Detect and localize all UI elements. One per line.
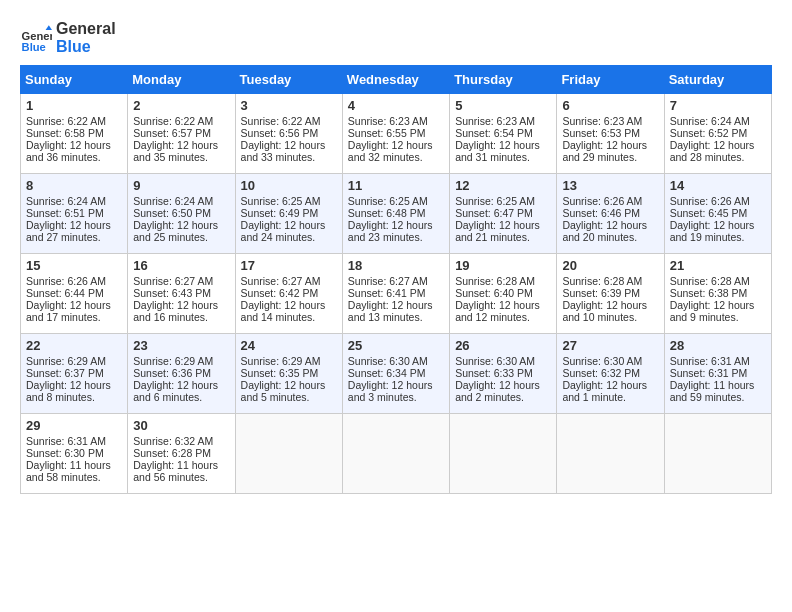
daylight-label: Daylight: 12 hours and 17 minutes. — [26, 299, 111, 323]
calendar-cell: 10Sunrise: 6:25 AMSunset: 6:49 PMDayligh… — [235, 174, 342, 254]
daylight-label: Daylight: 12 hours and 12 minutes. — [455, 299, 540, 323]
daylight-label: Daylight: 12 hours and 31 minutes. — [455, 139, 540, 163]
day-number: 19 — [455, 258, 551, 273]
sunrise-text: Sunrise: 6:25 AM — [241, 195, 321, 207]
calendar-table: SundayMondayTuesdayWednesdayThursdayFrid… — [20, 65, 772, 494]
svg-marker-2 — [46, 25, 52, 30]
day-number: 1 — [26, 98, 122, 113]
sunset-text: Sunset: 6:37 PM — [26, 367, 104, 379]
sunrise-text: Sunrise: 6:25 AM — [348, 195, 428, 207]
calendar-cell: 5Sunrise: 6:23 AMSunset: 6:54 PMDaylight… — [450, 94, 557, 174]
logo-icon: General Blue — [20, 22, 52, 54]
sunrise-text: Sunrise: 6:31 AM — [26, 435, 106, 447]
sunrise-text: Sunrise: 6:31 AM — [670, 355, 750, 367]
day-number: 7 — [670, 98, 766, 113]
calendar-week-5: 29Sunrise: 6:31 AMSunset: 6:30 PMDayligh… — [21, 414, 772, 494]
header-saturday: Saturday — [664, 66, 771, 94]
sunrise-text: Sunrise: 6:26 AM — [26, 275, 106, 287]
sunrise-text: Sunrise: 6:24 AM — [26, 195, 106, 207]
svg-text:Blue: Blue — [22, 40, 46, 52]
day-number: 25 — [348, 338, 444, 353]
sunset-text: Sunset: 6:33 PM — [455, 367, 533, 379]
daylight-label: Daylight: 12 hours and 33 minutes. — [241, 139, 326, 163]
calendar-cell: 12Sunrise: 6:25 AMSunset: 6:47 PMDayligh… — [450, 174, 557, 254]
header-tuesday: Tuesday — [235, 66, 342, 94]
day-number: 4 — [348, 98, 444, 113]
sunset-text: Sunset: 6:49 PM — [241, 207, 319, 219]
calendar-cell: 2Sunrise: 6:22 AMSunset: 6:57 PMDaylight… — [128, 94, 235, 174]
calendar-cell: 13Sunrise: 6:26 AMSunset: 6:46 PMDayligh… — [557, 174, 664, 254]
daylight-label: Daylight: 12 hours and 24 minutes. — [241, 219, 326, 243]
calendar-header-row: SundayMondayTuesdayWednesdayThursdayFrid… — [21, 66, 772, 94]
sunset-text: Sunset: 6:58 PM — [26, 127, 104, 139]
day-number: 2 — [133, 98, 229, 113]
sunrise-text: Sunrise: 6:22 AM — [241, 115, 321, 127]
sunset-text: Sunset: 6:28 PM — [133, 447, 211, 459]
daylight-label: Daylight: 12 hours and 13 minutes. — [348, 299, 433, 323]
daylight-label: Daylight: 12 hours and 19 minutes. — [670, 219, 755, 243]
header-friday: Friday — [557, 66, 664, 94]
daylight-label: Daylight: 12 hours and 9 minutes. — [670, 299, 755, 323]
daylight-label: Daylight: 12 hours and 1 minute. — [562, 379, 647, 403]
sunrise-text: Sunrise: 6:25 AM — [455, 195, 535, 207]
daylight-label: Daylight: 11 hours and 58 minutes. — [26, 459, 111, 483]
daylight-label: Daylight: 12 hours and 16 minutes. — [133, 299, 218, 323]
sunrise-text: Sunrise: 6:23 AM — [562, 115, 642, 127]
daylight-label: Daylight: 12 hours and 10 minutes. — [562, 299, 647, 323]
calendar-cell: 29Sunrise: 6:31 AMSunset: 6:30 PMDayligh… — [21, 414, 128, 494]
sunrise-text: Sunrise: 6:24 AM — [670, 115, 750, 127]
day-number: 6 — [562, 98, 658, 113]
sunset-text: Sunset: 6:50 PM — [133, 207, 211, 219]
calendar-cell: 25Sunrise: 6:30 AMSunset: 6:34 PMDayligh… — [342, 334, 449, 414]
day-number: 11 — [348, 178, 444, 193]
day-number: 16 — [133, 258, 229, 273]
day-number: 10 — [241, 178, 337, 193]
day-number: 8 — [26, 178, 122, 193]
sunset-text: Sunset: 6:53 PM — [562, 127, 640, 139]
sunrise-text: Sunrise: 6:28 AM — [562, 275, 642, 287]
sunset-text: Sunset: 6:31 PM — [670, 367, 748, 379]
day-number: 12 — [455, 178, 551, 193]
sunset-text: Sunset: 6:47 PM — [455, 207, 533, 219]
header-sunday: Sunday — [21, 66, 128, 94]
header-wednesday: Wednesday — [342, 66, 449, 94]
day-number: 27 — [562, 338, 658, 353]
sunset-text: Sunset: 6:55 PM — [348, 127, 426, 139]
logo-text-blue: Blue — [56, 38, 116, 56]
sunset-text: Sunset: 6:56 PM — [241, 127, 319, 139]
sunset-text: Sunset: 6:32 PM — [562, 367, 640, 379]
sunrise-text: Sunrise: 6:30 AM — [455, 355, 535, 367]
day-number: 5 — [455, 98, 551, 113]
daylight-label: Daylight: 12 hours and 29 minutes. — [562, 139, 647, 163]
sunset-text: Sunset: 6:34 PM — [348, 367, 426, 379]
calendar-cell: 4Sunrise: 6:23 AMSunset: 6:55 PMDaylight… — [342, 94, 449, 174]
day-number: 20 — [562, 258, 658, 273]
daylight-label: Daylight: 12 hours and 23 minutes. — [348, 219, 433, 243]
calendar-week-2: 8Sunrise: 6:24 AMSunset: 6:51 PMDaylight… — [21, 174, 772, 254]
calendar-cell: 7Sunrise: 6:24 AMSunset: 6:52 PMDaylight… — [664, 94, 771, 174]
calendar-cell: 6Sunrise: 6:23 AMSunset: 6:53 PMDaylight… — [557, 94, 664, 174]
day-number: 3 — [241, 98, 337, 113]
daylight-label: Daylight: 12 hours and 20 minutes. — [562, 219, 647, 243]
sunrise-text: Sunrise: 6:29 AM — [241, 355, 321, 367]
sunrise-text: Sunrise: 6:22 AM — [26, 115, 106, 127]
sunrise-text: Sunrise: 6:30 AM — [562, 355, 642, 367]
daylight-label: Daylight: 12 hours and 32 minutes. — [348, 139, 433, 163]
daylight-label: Daylight: 12 hours and 6 minutes. — [133, 379, 218, 403]
calendar-cell: 16Sunrise: 6:27 AMSunset: 6:43 PMDayligh… — [128, 254, 235, 334]
sunset-text: Sunset: 6:36 PM — [133, 367, 211, 379]
daylight-label: Daylight: 12 hours and 14 minutes. — [241, 299, 326, 323]
sunrise-text: Sunrise: 6:23 AM — [455, 115, 535, 127]
daylight-label: Daylight: 12 hours and 21 minutes. — [455, 219, 540, 243]
logo-text-general: General — [56, 20, 116, 38]
calendar-cell — [342, 414, 449, 494]
header-thursday: Thursday — [450, 66, 557, 94]
day-number: 26 — [455, 338, 551, 353]
calendar-cell: 14Sunrise: 6:26 AMSunset: 6:45 PMDayligh… — [664, 174, 771, 254]
calendar-cell — [557, 414, 664, 494]
daylight-label: Daylight: 12 hours and 5 minutes. — [241, 379, 326, 403]
sunrise-text: Sunrise: 6:27 AM — [133, 275, 213, 287]
sunset-text: Sunset: 6:54 PM — [455, 127, 533, 139]
calendar-cell: 19Sunrise: 6:28 AMSunset: 6:40 PMDayligh… — [450, 254, 557, 334]
sunset-text: Sunset: 6:30 PM — [26, 447, 104, 459]
